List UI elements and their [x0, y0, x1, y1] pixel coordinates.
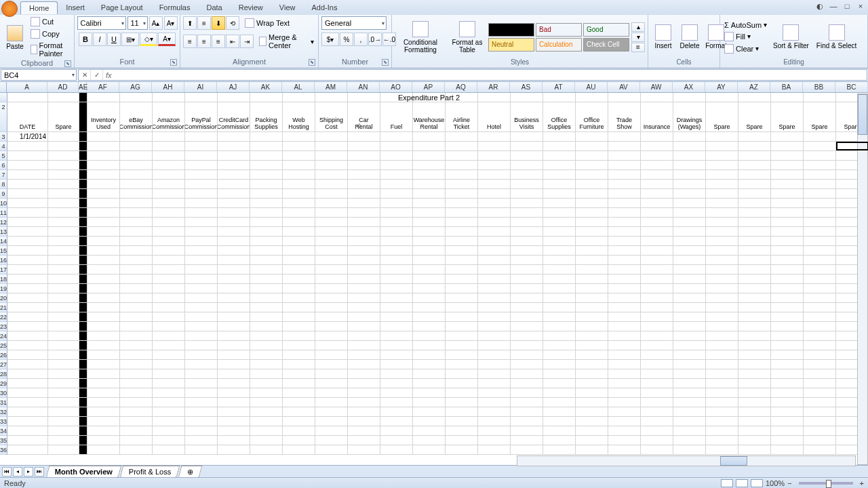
cell[interactable]: [511, 407, 543, 416]
cell[interactable]: [120, 132, 153, 141]
cell[interactable]: [543, 161, 576, 169]
cell[interactable]: [87, 293, 120, 302]
cell[interactable]: [153, 151, 185, 160]
cell[interactable]: [446, 360, 478, 369]
cell[interactable]: [153, 341, 185, 350]
header-cell[interactable]: Fuel: [380, 102, 413, 131]
increase-decimal-button[interactable]: .0→: [368, 33, 382, 46]
column-header[interactable]: AN: [347, 82, 380, 92]
cell[interactable]: [48, 417, 79, 426]
cell[interactable]: [543, 341, 576, 350]
cell[interactable]: [218, 265, 250, 274]
cell[interactable]: [283, 142, 315, 150]
cell[interactable]: [804, 132, 836, 141]
cell[interactable]: [48, 142, 79, 150]
cell[interactable]: [641, 388, 673, 397]
cell[interactable]: [79, 369, 87, 378]
cell[interactable]: [48, 369, 79, 378]
cell[interactable]: [543, 265, 576, 274]
cell[interactable]: [673, 132, 706, 141]
cell[interactable]: [576, 426, 608, 435]
cell[interactable]: [641, 237, 673, 245]
row-header[interactable]: 31: [0, 398, 7, 407]
cell[interactable]: [153, 265, 185, 274]
cell[interactable]: [706, 170, 738, 179]
cell[interactable]: [706, 265, 738, 274]
cell[interactable]: [283, 369, 315, 378]
column-header[interactable]: AH: [152, 82, 184, 92]
clipboard-launcher-icon[interactable]: ⬊: [64, 60, 71, 67]
cell[interactable]: [7, 293, 48, 302]
cell[interactable]: [446, 322, 478, 331]
cell[interactable]: [738, 341, 771, 350]
cell[interactable]: [153, 436, 185, 445]
cell[interactable]: [79, 445, 87, 454]
cell[interactable]: [641, 161, 673, 169]
header-cell[interactable]: Spare: [738, 102, 771, 131]
cell[interactable]: [348, 293, 380, 302]
insert-cells-button[interactable]: Insert: [651, 23, 675, 51]
cell[interactable]: [413, 360, 446, 369]
cell[interactable]: [153, 199, 185, 207]
cell[interactable]: [348, 151, 380, 160]
cell[interactable]: [804, 256, 836, 264]
cell[interactable]: [673, 142, 706, 150]
cell[interactable]: [7, 246, 48, 255]
cell[interactable]: [576, 199, 608, 207]
cell[interactable]: [185, 132, 218, 141]
cell[interactable]: [446, 161, 478, 169]
cell[interactable]: [79, 379, 87, 388]
cell[interactable]: [120, 303, 153, 312]
cell[interactable]: [348, 445, 380, 454]
column-header[interactable]: AV: [608, 82, 640, 92]
cell[interactable]: [478, 218, 511, 226]
cell[interactable]: [153, 417, 185, 426]
cell[interactable]: [413, 426, 446, 435]
cell[interactable]: [218, 303, 250, 312]
cell[interactable]: [348, 426, 380, 435]
cell[interactable]: [185, 274, 218, 283]
cell[interactable]: [478, 293, 511, 302]
cell[interactable]: [380, 426, 413, 435]
cell[interactable]: [413, 322, 446, 331]
cell[interactable]: [771, 398, 804, 407]
cell[interactable]: [771, 237, 804, 245]
cell[interactable]: [478, 284, 511, 293]
cell[interactable]: [771, 265, 804, 274]
cell[interactable]: [641, 293, 673, 302]
cell[interactable]: [87, 303, 120, 312]
column-header[interactable]: AO: [380, 82, 412, 92]
cell[interactable]: [413, 208, 446, 217]
cell[interactable]: [641, 142, 673, 150]
cell[interactable]: [478, 199, 511, 207]
cell[interactable]: [641, 151, 673, 160]
cell[interactable]: [283, 303, 315, 312]
cell[interactable]: [120, 199, 153, 207]
cell[interactable]: [446, 341, 478, 350]
cell[interactable]: [738, 426, 771, 435]
cell[interactable]: [804, 161, 836, 169]
cell[interactable]: [608, 218, 641, 226]
cell[interactable]: [771, 379, 804, 388]
cell[interactable]: [79, 360, 87, 369]
cell[interactable]: [738, 93, 771, 102]
row-header[interactable]: 19: [0, 284, 7, 293]
cell[interactable]: [608, 379, 641, 388]
cell[interactable]: [7, 180, 48, 188]
styles-scroll-down-icon[interactable]: ▾: [631, 33, 645, 42]
cell[interactable]: [7, 426, 48, 435]
cell[interactable]: [185, 331, 218, 340]
cell[interactable]: [738, 256, 771, 264]
cell[interactable]: [87, 189, 120, 198]
cell[interactable]: [804, 293, 836, 302]
cell[interactable]: [511, 417, 543, 426]
normal-view-button[interactable]: [721, 479, 733, 487]
cell[interactable]: [120, 360, 153, 369]
cell[interactable]: [446, 379, 478, 388]
column-header[interactable]: AK: [250, 82, 282, 92]
help-icon[interactable]: ◐: [815, 1, 825, 11]
cell[interactable]: [413, 398, 446, 407]
cell[interactable]: [771, 208, 804, 217]
cell[interactable]: [413, 265, 446, 274]
cell[interactable]: [48, 379, 79, 388]
